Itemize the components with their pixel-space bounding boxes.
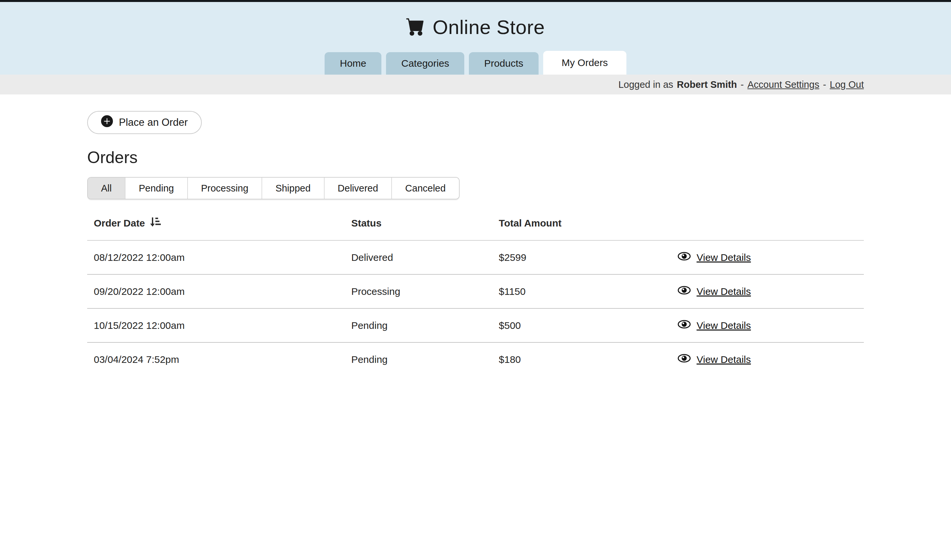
status-cell: Processing	[351, 274, 499, 308]
eye-icon	[678, 286, 691, 297]
amount-cell: $500	[499, 308, 678, 342]
table-row: 10/15/2022 12:00am Pending $500 View Det…	[87, 308, 864, 342]
view-details-label: View Details	[697, 286, 751, 297]
table-header-row: Order Date Status Total	[87, 211, 864, 240]
view-details-label: View Details	[697, 354, 751, 365]
separator: -	[823, 79, 826, 90]
view-details-link[interactable]: View Details	[678, 320, 751, 331]
view-details-link[interactable]: View Details	[678, 252, 751, 263]
column-header-order-date[interactable]: Order Date	[87, 211, 351, 240]
place-order-button[interactable]: Place an Order	[87, 111, 202, 134]
brand: Online Store	[0, 14, 951, 40]
filter-tab-all[interactable]: All	[88, 178, 125, 199]
column-header-actions	[678, 211, 864, 240]
site-title: Online Store	[432, 16, 545, 38]
column-header-total-amount: Total Amount	[499, 211, 678, 240]
column-header-label: Order Date	[94, 218, 145, 229]
filter-tab-delivered[interactable]: Delivered	[324, 178, 392, 199]
view-details-link[interactable]: View Details	[678, 286, 751, 297]
order-date-cell: 10/15/2022 12:00am	[87, 308, 351, 342]
username: Robert Smith	[677, 79, 737, 90]
eye-icon	[678, 252, 691, 263]
filter-tab-pending[interactable]: Pending	[125, 178, 187, 199]
order-date-cell: 09/20/2022 12:00am	[87, 274, 351, 308]
view-details-label: View Details	[697, 320, 751, 331]
orders-table: Order Date Status Total	[87, 211, 864, 376]
filter-tab-processing[interactable]: Processing	[187, 178, 262, 199]
nav-tab-categories[interactable]: Categories	[386, 52, 464, 75]
separator: -	[741, 79, 744, 90]
nav-tab-home[interactable]: Home	[325, 52, 382, 75]
view-details-label: View Details	[697, 252, 751, 263]
logout-link[interactable]: Log Out	[830, 79, 864, 90]
filter-tab-canceled[interactable]: Canceled	[391, 178, 459, 199]
status-cell: Pending	[351, 308, 499, 342]
view-details-link[interactable]: View Details	[678, 354, 751, 365]
cart-icon	[406, 17, 425, 37]
amount-cell: $180	[499, 342, 678, 376]
nav-tab-my-orders[interactable]: My Orders	[543, 51, 626, 75]
eye-icon	[678, 354, 691, 365]
amount-cell: $1150	[499, 274, 678, 308]
status-filter-group: All Pending Processing Shipped Delivered…	[87, 177, 460, 199]
table-row: 09/20/2022 12:00am Processing $1150 View…	[87, 274, 864, 308]
filter-tab-shipped[interactable]: Shipped	[262, 178, 324, 199]
account-settings-link[interactable]: Account Settings	[748, 79, 820, 90]
order-date-cell: 03/04/2024 7:52pm	[87, 342, 351, 376]
amount-cell: $2599	[499, 240, 678, 274]
order-date-cell: 08/12/2022 12:00am	[87, 240, 351, 274]
table-row: 03/04/2024 7:52pm Pending $180 View Deta…	[87, 342, 864, 376]
status-cell: Delivered	[351, 240, 499, 274]
sort-descending-icon[interactable]	[149, 216, 161, 230]
main-content: Place an Order Orders All Pending Proces…	[87, 94, 864, 376]
site-header: Online Store Home Categories Products My…	[0, 2, 951, 75]
page-title: Orders	[87, 148, 864, 167]
eye-icon	[678, 320, 691, 331]
plus-circle-icon	[101, 115, 113, 130]
column-header-status: Status	[351, 211, 499, 240]
logged-in-text: Logged in as	[619, 79, 673, 90]
table-row: 08/12/2022 12:00am Delivered $2599 View …	[87, 240, 864, 274]
status-cell: Pending	[351, 342, 499, 376]
user-bar: Logged in as Robert Smith - Account Sett…	[0, 75, 951, 94]
place-order-label: Place an Order	[119, 117, 188, 128]
nav-tab-products[interactable]: Products	[469, 52, 538, 75]
main-nav: Home Categories Products My Orders	[0, 51, 951, 75]
